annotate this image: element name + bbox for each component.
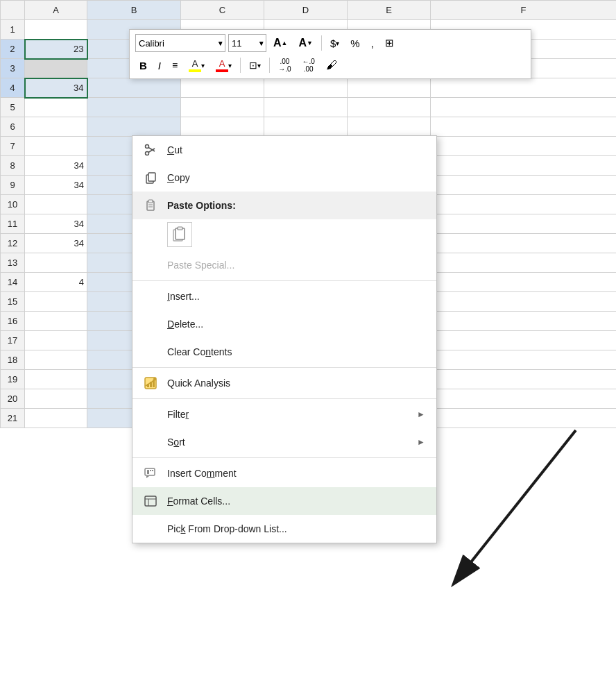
cell-a16[interactable] (25, 312, 87, 331)
context-menu-paste-special[interactable]: Paste Special... (132, 251, 436, 279)
cell-a7[interactable] (25, 137, 87, 156)
cell-f15[interactable] (431, 292, 617, 312)
cell-f10[interactable] (431, 195, 617, 214)
cell-format-button[interactable]: ⊡ ▾ (245, 56, 265, 74)
borders-button[interactable]: ⊞ (381, 34, 398, 52)
cell-a13[interactable] (25, 253, 87, 273)
context-menu-insert[interactable]: Insert... (132, 282, 436, 310)
shrink-font-button[interactable]: A▼ (294, 34, 316, 52)
context-menu-cut[interactable]: Cut (132, 136, 436, 164)
align-button[interactable]: ≡ (168, 56, 182, 74)
cell-a15[interactable] (25, 292, 87, 312)
cell-f20[interactable] (431, 389, 617, 409)
cell-a9[interactable]: 34 (25, 176, 87, 195)
col-header-f[interactable]: F (431, 1, 617, 20)
cell-a6[interactable] (25, 117, 87, 137)
grow-font-button[interactable]: A▲ (269, 34, 291, 52)
cell-d6[interactable] (264, 117, 348, 137)
paint-format-button[interactable]: 🖌 (322, 56, 341, 74)
cell-a4[interactable]: 34 (25, 78, 87, 98)
row-num-17[interactable]: 17 (1, 331, 25, 350)
context-menu-delete[interactable]: Delete... (132, 310, 436, 338)
col-header-c[interactable]: C (181, 1, 264, 20)
cell-f18[interactable] (431, 350, 617, 370)
cell-f21[interactable] (431, 409, 617, 428)
cell-b6[interactable] (87, 117, 181, 137)
paste-icon-btn-1[interactable] (167, 222, 192, 247)
cell-c5[interactable] (181, 98, 264, 117)
cell-a10[interactable] (25, 195, 87, 214)
context-menu-sort[interactable]: Sort ► (132, 428, 436, 456)
row-num-10[interactable]: 10 (1, 195, 25, 214)
cell-a8[interactable]: 34 (25, 156, 87, 176)
row-num-20[interactable]: 20 (1, 389, 25, 409)
decimal-decrease-button[interactable]: ←.0 .00 (298, 56, 319, 74)
cell-b4[interactable] (87, 78, 181, 98)
context-menu-pick-dropdown[interactable]: Pick From Drop-down List... (132, 515, 436, 543)
percent-button[interactable]: % (346, 34, 363, 52)
cell-f16[interactable] (431, 312, 617, 331)
row-num-13[interactable]: 13 (1, 253, 25, 273)
row-num-8[interactable]: 8 (1, 156, 25, 176)
row-num-3[interactable]: 3 (1, 59, 25, 78)
currency-button[interactable]: $ ▾ (326, 34, 343, 52)
cell-f7[interactable] (431, 137, 617, 156)
row-num-19[interactable]: 19 (1, 370, 25, 389)
cell-a11[interactable]: 34 (25, 214, 87, 234)
col-header-a[interactable]: A (25, 1, 87, 20)
cell-a1[interactable] (25, 20, 87, 40)
italic-button[interactable]: I (154, 56, 165, 74)
row-num-12[interactable]: 12 (1, 234, 25, 253)
row-num-15[interactable]: 15 (1, 292, 25, 312)
cell-f17[interactable] (431, 331, 617, 350)
cell-c4[interactable] (181, 78, 264, 98)
cell-f9[interactable] (431, 176, 617, 195)
row-num-14[interactable]: 14 (1, 273, 25, 292)
highlight-color-button[interactable]: A ▾ (185, 56, 209, 74)
context-menu-format-cells[interactable]: Format Cells... (132, 487, 436, 515)
cell-e5[interactable] (348, 98, 431, 117)
cell-e6[interactable] (348, 117, 431, 137)
context-menu-quick-analysis[interactable]: Quick Analysis (132, 369, 436, 397)
font-name-select[interactable]: Calibri Arial Times New Roman (135, 34, 225, 52)
col-header-b[interactable]: B (87, 1, 181, 20)
cell-d5[interactable] (264, 98, 348, 117)
cell-d4[interactable] (264, 78, 348, 98)
cell-b5[interactable] (87, 98, 181, 117)
context-menu-clear-contents[interactable]: Clear Contents (132, 338, 436, 366)
context-menu-copy[interactable]: Copy (132, 164, 436, 192)
cell-a2[interactable]: 23 (25, 40, 87, 59)
cell-a19[interactable] (25, 370, 87, 389)
row-num-11[interactable]: 11 (1, 214, 25, 234)
comma-button[interactable]: , (367, 34, 378, 52)
context-menu-insert-comment[interactable]: Insert Comment (132, 459, 436, 487)
row-num-2[interactable]: 2 (1, 40, 25, 59)
row-num-5[interactable]: 5 (1, 98, 25, 117)
cell-f8[interactable] (431, 156, 617, 176)
row-num-6[interactable]: 6 (1, 117, 25, 137)
cell-c6[interactable] (181, 117, 264, 137)
row-num-21[interactable]: 21 (1, 409, 25, 428)
row-num-18[interactable]: 18 (1, 350, 25, 370)
cell-f11[interactable] (431, 214, 617, 234)
cell-e4[interactable] (348, 78, 431, 98)
row-num-9[interactable]: 9 (1, 176, 25, 195)
cell-a20[interactable] (25, 389, 87, 409)
cell-a5[interactable] (25, 98, 87, 117)
cell-f13[interactable] (431, 253, 617, 273)
cell-f19[interactable] (431, 370, 617, 389)
cell-a21[interactable] (25, 409, 87, 428)
font-color-button[interactable]: A ▾ (212, 56, 236, 74)
row-num-16[interactable]: 16 (1, 312, 25, 331)
context-menu-filter[interactable]: Filter ► (132, 400, 436, 428)
cell-a3[interactable] (25, 59, 87, 78)
decimal-increase-button[interactable]: .00 →.0 (274, 56, 295, 74)
row-num-4[interactable]: 4 (1, 78, 25, 98)
font-size-select[interactable]: 11 8910 121416 (228, 34, 266, 52)
cell-a14[interactable]: 4 (25, 273, 87, 292)
col-header-d[interactable]: D (264, 1, 348, 20)
cell-f5[interactable] (431, 98, 617, 117)
col-header-e[interactable]: E (348, 1, 431, 20)
cell-f12[interactable] (431, 234, 617, 253)
cell-a17[interactable] (25, 331, 87, 350)
